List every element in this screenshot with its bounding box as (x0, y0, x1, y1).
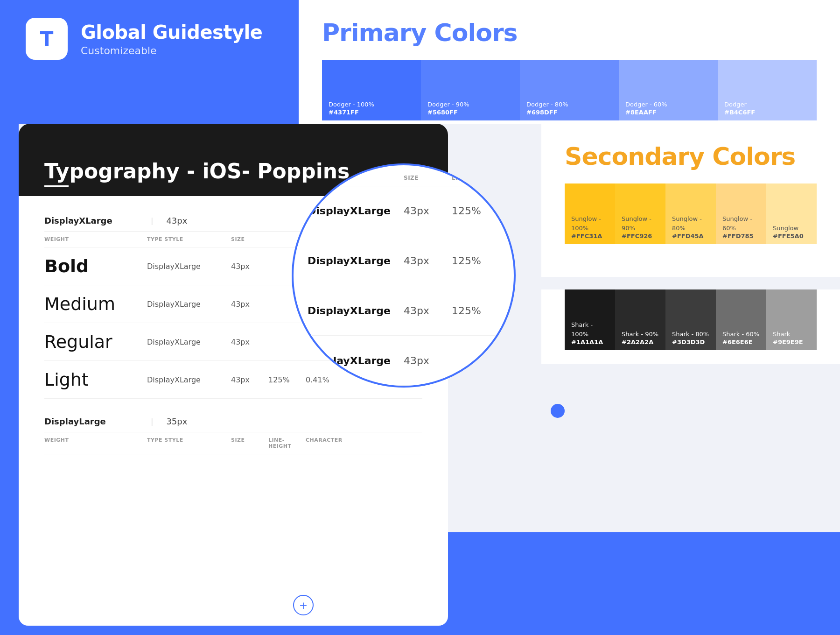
swatch-label: Dodger - 80% (526, 100, 612, 109)
primary-color-swatches: Dodger - 100% #4371FF Dodger - 90% #5680… (322, 60, 817, 120)
swatch-label: Shark - 80% (672, 330, 709, 339)
size-val-light: 43px (231, 375, 268, 384)
col-weight: WEIGHT (44, 236, 147, 242)
swatch-label: Sunglow - 100% (571, 214, 609, 233)
typography-title: Typography - iOS- Poppins (44, 159, 350, 183)
logo-text: Global Guidestyle Customizeable (81, 21, 262, 56)
weight-medium: Medium (44, 294, 115, 314)
logo-letter: T (40, 28, 54, 50)
weight-regular: Regular (44, 332, 112, 352)
plus-icon: + (299, 600, 308, 611)
color-swatch: Sunglow #FFE5A0 (766, 183, 817, 244)
color-swatch: Sunglow - 80% #FFD45A (665, 183, 716, 244)
type-val-regular: DisplayXLarge (147, 338, 231, 346)
magnify-circle: TYPE STYLE SIZE LIN... DisplayXLarge 43p… (292, 163, 516, 388)
col-size: SIZE (231, 236, 268, 242)
magnify-row-size-1: 43px (404, 205, 452, 217)
swatch-label: Dodger (724, 100, 810, 109)
logo-area: T Global Guidestyle Customizeable (26, 18, 262, 60)
color-swatch: Dodger #B4C6FF (718, 60, 817, 120)
grayscale-section: Shark - 100% #1A1A1A Shark - 90% #2A2A2A… (541, 289, 840, 364)
swatch-label: Sunglow - 90% (622, 214, 659, 233)
swatch-hex: #FFD45A (672, 233, 709, 240)
color-swatch: Dodger - 80% #698DFF (520, 60, 619, 120)
grayscale-swatch: Shark - 80% #3D3D3D (665, 289, 716, 350)
color-swatch: Dodger - 60% #8EAAFF (619, 60, 718, 120)
color-swatch: Dodger - 90% #5680FF (421, 60, 520, 120)
display-xlarge-label: DisplayXLarge (44, 216, 138, 226)
magnify-row: DisplayXLarge 43px 125% (294, 236, 514, 286)
swatch-hex: #9E9E9E (773, 339, 810, 346)
swatch-label: Shark - 100% (571, 320, 609, 339)
lh-val-light: 125% (268, 375, 306, 384)
swatch-hex: #3D3D3D (672, 339, 709, 346)
magnify-row-lh-2: 125% (452, 255, 500, 267)
size-val-medium: 43px (231, 300, 268, 309)
blue-dot-decoration (551, 404, 565, 418)
type-val-medium: DisplayXLarge (147, 300, 231, 309)
grayscale-swatch: Shark - 60% #6E6E6E (716, 289, 766, 350)
size-val-bold: 43px (231, 262, 268, 271)
col-weight2: WEIGHT (44, 437, 147, 449)
swatch-hex: #4371FF (329, 109, 414, 116)
primary-colors-title: Primary Colors (322, 19, 817, 47)
swatch-hex: #8EAAFF (625, 109, 711, 116)
swatch-hex: #B4C6FF (724, 109, 810, 116)
weight-bold: Bold (44, 256, 89, 276)
magnify-row: DisplayXLarge 43px 125% (294, 286, 514, 336)
secondary-colors-title: Secondary Colors (565, 142, 817, 170)
app-subtitle: Customizeable (81, 45, 262, 56)
magnify-row: DisplayXLarge 43px 125% (294, 186, 514, 236)
magnify-col-size: SIZE (404, 175, 452, 181)
app-title: Global Guidestyle (81, 21, 262, 43)
color-swatch: Sunglow - 100% #FFC31A (565, 183, 615, 244)
char-val-light: 0.41% (306, 375, 343, 384)
swatch-label: Dodger - 90% (427, 100, 513, 109)
grayscale-swatches: Shark - 100% #1A1A1A Shark - 90% #2A2A2A… (565, 289, 817, 350)
secondary-color-swatches: Sunglow - 100% #FFC31A Sunglow - 90% #FF… (565, 183, 817, 244)
plus-button[interactable]: + (293, 595, 314, 615)
swatch-hex: #1A1A1A (571, 339, 609, 346)
grayscale-swatch: Shark - 100% #1A1A1A (565, 289, 615, 350)
magnify-row-lh-1: 125% (452, 205, 500, 217)
display-large-size: 35px (166, 416, 187, 426)
display-large-header: DisplayLarge | 35px (44, 403, 422, 432)
primary-colors-panel: Primary Colors Dodger - 100% #4371FF Dod… (299, 0, 840, 124)
magnify-row-type-2: DisplayXLarge (308, 255, 404, 267)
type-columns-header2: WEIGHT TYPE STYLE SIZE LINE-HEIGHT CHARA… (44, 432, 422, 454)
magnify-row-size-4: 43px (404, 355, 452, 367)
blue-left-strip (0, 124, 19, 635)
magnify-row-size-3: 43px (404, 305, 452, 317)
swatch-label: Shark (773, 330, 810, 339)
magnify-row-lh-3: 125% (452, 305, 500, 317)
display-large-label: DisplayLarge (44, 416, 138, 426)
type-val-light: DisplayXLarge (147, 375, 231, 384)
swatch-hex: #FFD785 (722, 233, 760, 240)
logo-icon: T (26, 18, 68, 60)
grayscale-swatch: Shark #9E9E9E (766, 289, 817, 350)
magnify-row-type-1: DisplayXLarge (308, 205, 404, 217)
swatch-label: Sunglow (773, 224, 810, 233)
col-char2: CHARACTER (306, 437, 343, 449)
swatch-label: Sunglow - 60% (722, 214, 760, 233)
col-size2: SIZE (231, 437, 268, 449)
grayscale-swatch: Shark - 90% #2A2A2A (615, 289, 665, 350)
color-swatch: Sunglow - 90% #FFC926 (615, 183, 665, 244)
color-swatch: Dodger - 100% #4371FF (322, 60, 421, 120)
col-type: TYPE STYLE (147, 236, 231, 242)
swatch-label: Dodger - 100% (329, 100, 414, 109)
color-swatch: Sunglow - 60% #FFD785 (716, 183, 766, 244)
swatch-hex: #2A2A2A (622, 339, 659, 346)
swatch-hex: #5680FF (427, 109, 513, 116)
type-val-bold: DisplayXLarge (147, 262, 231, 271)
magnify-row-type-3: DisplayXLarge (308, 305, 404, 317)
swatch-hex: #698DFF (526, 109, 612, 116)
swatch-label: Sunglow - 80% (672, 214, 709, 233)
secondary-colors-panel: Secondary Colors Sunglow - 100% #FFC31A … (541, 124, 840, 277)
display-xlarge-size: 43px (166, 216, 187, 226)
col-lh2: LINE-HEIGHT (268, 437, 306, 449)
swatch-label: Shark - 60% (722, 330, 760, 339)
weight-light: Light (44, 369, 89, 390)
size-val-regular: 43px (231, 338, 268, 346)
swatch-label: Shark - 90% (622, 330, 659, 339)
